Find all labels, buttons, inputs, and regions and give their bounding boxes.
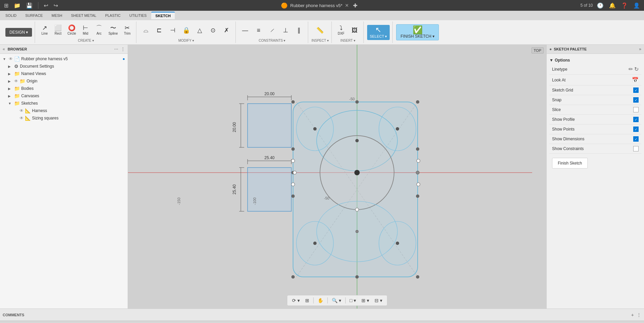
snap-checkbox[interactable]: ✓ bbox=[633, 97, 639, 103]
view-cube-btn[interactable]: ⊟ ▾ bbox=[373, 297, 384, 304]
user-icon[interactable]: 👤 bbox=[632, 2, 641, 9]
mirror-btn[interactable]: ⊣ bbox=[167, 26, 179, 35]
display-mode-btn[interactable]: □ ▾ bbox=[348, 297, 358, 304]
line-btn[interactable]: ↗Line bbox=[38, 24, 51, 37]
trim-btn[interactable]: ✂Trim bbox=[121, 24, 133, 37]
ribbon-group-insert: ⤵DXF 🖼 INSERT ▾ bbox=[332, 22, 364, 43]
ellipse-btn[interactable]: ⊙ bbox=[207, 26, 219, 35]
palette-info-icon: ● bbox=[549, 47, 552, 51]
insert-dxf[interactable]: ⤵DXF bbox=[335, 24, 347, 37]
show-constraints-checkbox[interactable] bbox=[633, 146, 639, 151]
svg-point-38 bbox=[291, 147, 295, 151]
new-tab-icon[interactable]: ✚ bbox=[352, 2, 359, 9]
doc-settings-label: Document Settings bbox=[20, 64, 125, 69]
slash-btn[interactable]: ✗ bbox=[221, 26, 233, 35]
finish-sketch-ribbon-button[interactable]: ✅ FINISH SKETCH ▾ bbox=[396, 24, 439, 40]
modify-btns: ⌓ ⊏ ⊣ 🔒 △ ⊙ ✗ bbox=[140, 22, 233, 39]
midpoint-btn[interactable]: ⊢Mid bbox=[79, 24, 92, 37]
constraint-v[interactable]: ≡ bbox=[253, 26, 265, 35]
origin-eye[interactable]: 👁 bbox=[14, 79, 18, 83]
harness-eye[interactable]: 👁 bbox=[20, 108, 24, 113]
design-button[interactable]: DESIGN ▾ bbox=[5, 28, 32, 37]
toolbar-sep-1 bbox=[313, 297, 314, 303]
canvas-area[interactable]: 20.00 20.00 25.40 25.40 -50 -50 -150 -10… bbox=[128, 45, 546, 309]
help-icon[interactable]: ❓ bbox=[620, 2, 629, 9]
redo-icon[interactable]: ↪ bbox=[52, 2, 59, 9]
bell-icon[interactable]: 🔔 bbox=[608, 2, 617, 9]
app-menu-icon[interactable]: ⊞ bbox=[3, 2, 10, 9]
tab-surface[interactable]: SURFACE bbox=[21, 12, 47, 19]
clock-icon[interactable]: 🕐 bbox=[595, 2, 605, 9]
close-tab-icon[interactable]: ✕ bbox=[345, 3, 349, 8]
linetype-label: Linetype bbox=[552, 67, 626, 72]
arc-btn[interactable]: ⌒Arc bbox=[93, 24, 105, 37]
tree-item-doc-settings[interactable]: ▶ ⚙ Document Settings bbox=[0, 63, 128, 70]
browser-collapse-icon[interactable]: « bbox=[3, 47, 5, 51]
grid-btn[interactable]: ⊞ ▾ bbox=[359, 297, 371, 304]
tri-btn[interactable]: △ bbox=[194, 26, 206, 35]
nav-count: 5 of 10 bbox=[580, 3, 593, 8]
save-icon[interactable]: 💾 bbox=[25, 2, 34, 9]
svg-point-41 bbox=[416, 171, 419, 174]
finish-sketch-palette-button[interactable]: Finish Sketch bbox=[552, 158, 588, 169]
root-eye[interactable]: 👁 bbox=[9, 57, 13, 61]
circle-btn[interactable]: ⭕Circle bbox=[65, 24, 78, 37]
tree-item-sizing[interactable]: 👁 📐 Sizing squares bbox=[0, 114, 128, 122]
svg-point-12 bbox=[379, 221, 416, 265]
constraint-d[interactable]: ⟋ bbox=[266, 26, 278, 35]
tab-sketch[interactable]: SKETCH bbox=[151, 12, 174, 19]
svg-text:-50: -50 bbox=[324, 196, 329, 200]
browser-split-icon[interactable]: ⋮ bbox=[121, 47, 125, 51]
constraint-h[interactable]: ― bbox=[239, 26, 251, 35]
show-profile-checkbox[interactable]: ✓ bbox=[633, 117, 639, 122]
tab-plastic[interactable]: PLASTIC bbox=[101, 12, 125, 19]
tree-item-harness[interactable]: 👁 📐 Harness bbox=[0, 107, 128, 114]
spline-btn[interactable]: 〜Spline bbox=[106, 24, 120, 37]
tree-item-named-views[interactable]: ▶ 📁 Named Views bbox=[0, 70, 128, 77]
tab-sheet-metal[interactable]: SHEET METAL bbox=[67, 12, 100, 19]
tree-item-origin[interactable]: ▶ 👁 📁 Origin bbox=[0, 77, 128, 85]
show-points-checkbox[interactable]: ✓ bbox=[633, 127, 639, 132]
tab-utilities[interactable]: UTILITIES bbox=[125, 12, 151, 19]
comments-add-icon[interactable]: + bbox=[631, 312, 634, 318]
tree-item-root[interactable]: ▼ 👁 📄 Rubber phone harness v5 ● bbox=[0, 55, 128, 63]
origin-label: Origin bbox=[27, 79, 125, 83]
option-slice: Slice bbox=[549, 105, 641, 115]
tree-item-canvases[interactable]: ▶ 📁 Canvases bbox=[0, 92, 128, 100]
orbit-btn[interactable]: ⟳ ▾ bbox=[290, 297, 302, 304]
option-show-dimensions: Show Dimensions ✓ bbox=[549, 134, 641, 144]
modify-label: MODIFY ▾ bbox=[178, 39, 194, 43]
show-dimensions-checkbox[interactable]: ✓ bbox=[633, 136, 639, 142]
constraint-t[interactable]: ⊥ bbox=[280, 26, 292, 35]
tree-item-bodies[interactable]: ▶ 📁 Bodies bbox=[0, 85, 128, 92]
tree-item-sketches[interactable]: ▼ 📁 Sketches bbox=[0, 100, 128, 107]
inspect-btns: 📏 bbox=[314, 22, 326, 39]
pan-btn[interactable]: ✋ bbox=[316, 297, 325, 304]
offset-btn[interactable]: ⊏ bbox=[153, 26, 165, 35]
sketch-grid-checkbox[interactable]: ✓ bbox=[633, 87, 639, 93]
fillet-btn[interactable]: ⌓ bbox=[140, 26, 152, 35]
file-icon[interactable]: 📁 bbox=[12, 2, 22, 9]
constraint-p[interactable]: ∥ bbox=[293, 26, 305, 35]
palette-header: ● SKETCH PALETTE » bbox=[547, 45, 644, 54]
fit-screen-btn[interactable]: ⊞ bbox=[303, 297, 311, 304]
linetype-icon-2[interactable]: ↻ bbox=[634, 66, 639, 72]
sizing-eye[interactable]: 👁 bbox=[20, 116, 24, 120]
inspect-measure[interactable]: 📏 bbox=[314, 26, 326, 35]
undo-icon[interactable]: ↩ bbox=[42, 2, 50, 9]
select-button[interactable]: ↖ SELECT ▾ bbox=[367, 25, 390, 40]
tab-solid[interactable]: SOLID bbox=[1, 12, 21, 19]
slice-checkbox[interactable] bbox=[633, 107, 639, 112]
insert-img[interactable]: 🖼 bbox=[349, 26, 361, 35]
ribbon-group-design: DESIGN ▾ bbox=[3, 22, 35, 43]
zoom-btn[interactable]: 🔍 ▾ bbox=[330, 297, 343, 304]
rect-btn[interactable]: ⬜Rect bbox=[52, 24, 64, 37]
palette-expand-icon[interactable]: » bbox=[639, 47, 641, 51]
look-at-icon[interactable]: 📅 bbox=[632, 77, 639, 83]
linetype-icon-1[interactable]: ✏ bbox=[629, 66, 633, 72]
tab-mesh[interactable]: MESH bbox=[47, 12, 66, 19]
browser-options-icon[interactable]: ⋯ bbox=[114, 47, 118, 51]
options-section-header[interactable]: ▼ Options bbox=[549, 57, 641, 64]
comments-split-icon[interactable]: ⋮ bbox=[637, 312, 641, 318]
lock-btn[interactable]: 🔒 bbox=[180, 26, 192, 35]
